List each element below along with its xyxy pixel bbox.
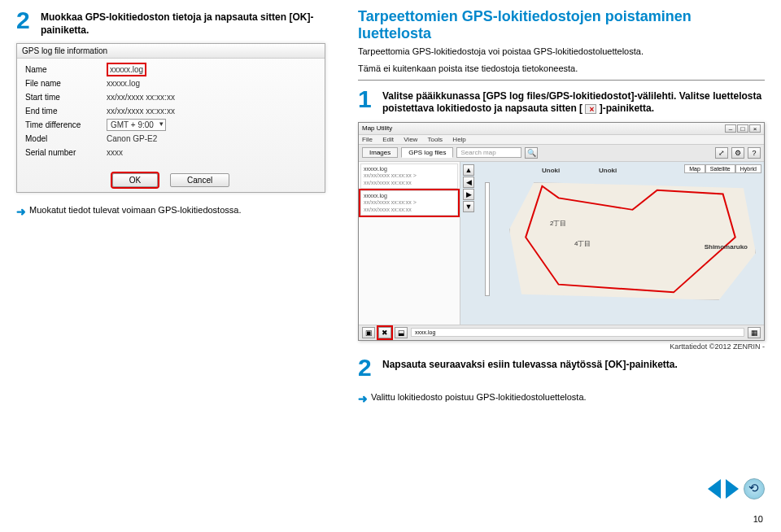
end-time-label: End time	[25, 107, 107, 116]
step-2-number: 2	[16, 8, 36, 33]
section-title: Tarpeettomien GPS-lokitiedostojen poista…	[358, 8, 765, 42]
step-2b-text: Napsauta seuraavaksi esiin tulevassa näy…	[382, 355, 678, 372]
right-column: Tarpeettomien GPS-lokitiedostojen poista…	[358, 8, 765, 406]
window-buttons[interactable]: –□×	[724, 124, 761, 133]
mu-title: Map Utility	[362, 124, 392, 132]
right-result-text: Valittu lokitiedosto poistuu GPS-lokitie…	[371, 391, 587, 403]
status-btn-3[interactable]: ⬓	[395, 327, 408, 338]
toolbar-help-icon[interactable]: ?	[748, 147, 761, 159]
model-label: Model	[25, 134, 107, 143]
menu-edit[interactable]: Edit	[382, 136, 394, 143]
map-pan-controls[interactable]: ▲ ◀ ▶ ▼	[463, 164, 474, 212]
map-place-shimomaruko: Shimomaruko	[705, 243, 748, 251]
map-block-4: 4丁目	[574, 239, 591, 248]
gps-route	[509, 182, 756, 300]
name-field[interactable]: xxxxx.log	[107, 63, 146, 76]
page-number: 10	[753, 514, 763, 524]
search-button[interactable]: 🔍	[525, 147, 538, 159]
step-1-text: Valitse pääikkunassa [GPS log files/GPS-…	[382, 87, 765, 116]
menu-file[interactable]: File	[362, 136, 373, 143]
status-btn-4[interactable]: ▦	[748, 327, 761, 338]
start-time-label: Start time	[25, 93, 107, 102]
menu-bar[interactable]: File Edit View Tools Help	[359, 135, 764, 145]
left-column: 2 Muokkaa GPS-lokitiedoston tietoja ja n…	[16, 8, 342, 406]
map-tab-hybrid[interactable]: Hybrid	[735, 164, 761, 173]
zoom-slider[interactable]	[485, 182, 490, 296]
intro-line-1: Tarpeettomia GPS-lokitiedostoja voi pois…	[358, 46, 765, 58]
start-time-value: xx/xx/xxxx xx:xx:xx	[107, 93, 316, 102]
toolbar-btn-1[interactable]: ⤢	[715, 147, 728, 159]
time-diff-label: Time difference	[25, 120, 107, 129]
map-tab-satellite[interactable]: Satellite	[705, 164, 735, 173]
delete-log-icon[interactable]	[585, 104, 596, 114]
file-name-value: xxxxx.log	[107, 79, 316, 88]
menu-tools[interactable]: Tools	[427, 136, 443, 143]
status-filename: xxxx.log	[411, 328, 744, 337]
tab-images[interactable]: Images	[362, 147, 398, 158]
status-btn-1[interactable]: ▣	[362, 327, 375, 338]
menu-help[interactable]: Help	[452, 136, 465, 143]
map-block-2: 2丁目	[550, 219, 566, 228]
delete-log-button[interactable]: ✖	[378, 327, 391, 338]
menu-view[interactable]: View	[404, 136, 417, 143]
cancel-button[interactable]: Cancel	[170, 173, 229, 187]
intro-line-2: Tämä ei kuitenkaan poista itse tiedostoj…	[358, 63, 765, 75]
serial-value: xxxx	[107, 148, 316, 157]
serial-label: Serial number	[25, 148, 107, 157]
map-place-unoki-2: Unoki	[599, 167, 617, 174]
result-arrow-icon-2: ➜	[358, 391, 368, 406]
step-1-number: 1	[358, 87, 377, 111]
search-input[interactable]: Search map	[456, 147, 521, 158]
map-place-unoki-1: Unoki	[542, 167, 560, 174]
log-item[interactable]: xxxxx.log xx/xx/xxxx xx:xx:xx > xx/xx/xx…	[360, 164, 458, 189]
map-utility-window: Map Utility –□× File Edit View Tools Hel…	[358, 122, 765, 341]
toolbar-settings-icon[interactable]: ⚙	[731, 147, 744, 159]
next-page-icon[interactable]	[726, 479, 739, 499]
map-credit: Karttatiedot ©2012 ZENRIN -	[358, 342, 765, 351]
result-arrow-icon: ➜	[16, 204, 26, 219]
left-result-text: Muokatut tiedot tulevat voimaan GPS-loki…	[29, 204, 241, 216]
return-icon[interactable]	[744, 478, 765, 499]
prev-page-icon[interactable]	[708, 479, 721, 499]
step-2-text: Muokkaa GPS-lokitiedoston tietoja ja nap…	[41, 8, 342, 37]
gps-log-info-dialog: GPS log file information Name xxxxx.log …	[16, 43, 325, 193]
name-label: Name	[25, 65, 107, 74]
tab-gps-log-files[interactable]: GPS log files	[401, 147, 453, 158]
log-list-sidebar: xxxxx.log xx/xx/xxxx xx:xx:xx > xx/xx/xx…	[359, 162, 460, 325]
model-value: Canon GP-E2	[107, 134, 316, 143]
map-area[interactable]: ▲ ◀ ▶ ▼ Map Satellite Hybrid	[460, 162, 764, 325]
mu-titlebar: Map Utility –□×	[359, 123, 764, 135]
ok-button[interactable]: OK	[112, 173, 158, 187]
log-item-selected[interactable]: xxxxx.log xx/xx/xxxx xx:xx:xx > xx/xx/xx…	[360, 190, 458, 216]
step-2b-number: 2	[358, 355, 377, 380]
time-diff-dropdown[interactable]: GMT + 9:00	[107, 119, 166, 131]
end-time-value: xx/xx/xxxx xx:xx:xx	[107, 107, 316, 116]
dialog-title: GPS log file information	[17, 44, 325, 59]
map-tab-map[interactable]: Map	[684, 164, 705, 173]
file-name-label: File name	[25, 79, 107, 88]
